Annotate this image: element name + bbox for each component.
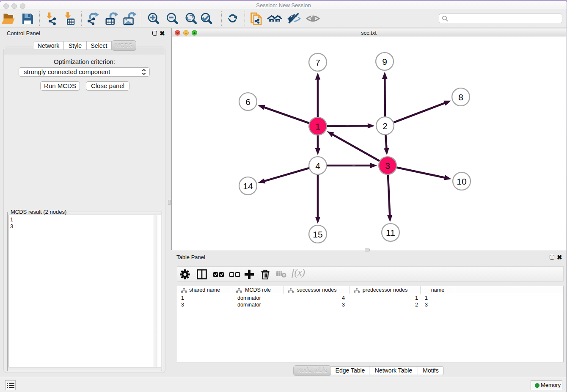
svg-text:11: 11 xyxy=(386,228,395,237)
svg-text:4: 4 xyxy=(315,161,320,171)
svg-text:14: 14 xyxy=(243,181,253,191)
svg-text:6: 6 xyxy=(245,97,250,107)
svg-text:10: 10 xyxy=(457,177,466,186)
svg-text:2: 2 xyxy=(383,121,388,131)
svg-text:8: 8 xyxy=(458,92,463,102)
svg-text:15: 15 xyxy=(313,229,322,239)
svg-text:3: 3 xyxy=(385,161,390,171)
svg-text:7: 7 xyxy=(315,58,320,67)
svg-text:1: 1 xyxy=(315,121,320,131)
svg-text:9: 9 xyxy=(382,57,387,66)
